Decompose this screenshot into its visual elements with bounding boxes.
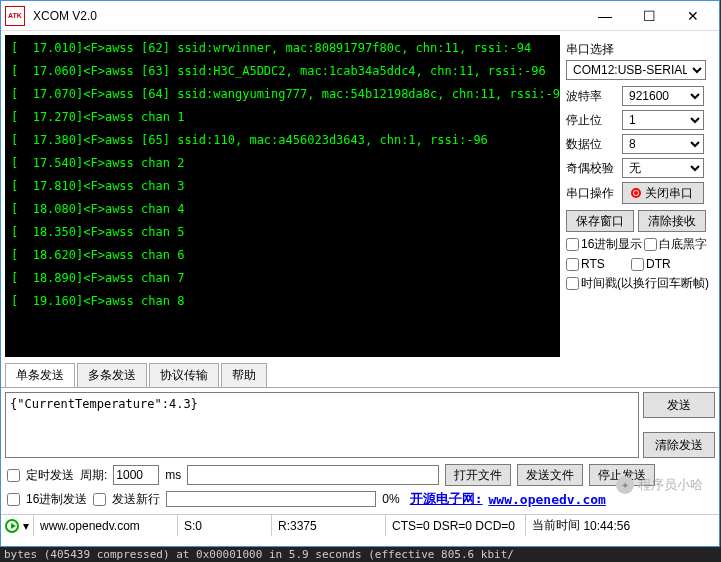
- window-title: XCOM V2.0: [33, 9, 583, 23]
- titlebar: ATK XCOM V2.0 — ☐ ✕: [1, 1, 719, 31]
- console-line: [ 17.060]<F>awss [63] ssid:H3C_A5DDC2, m…: [11, 64, 554, 78]
- port-select-label: 串口选择: [566, 41, 711, 58]
- period-label: 周期:: [80, 467, 107, 484]
- hex-send-checkbox[interactable]: [7, 493, 20, 506]
- period-unit: ms: [165, 468, 181, 482]
- data-label: 数据位: [566, 136, 622, 153]
- tab-single-send[interactable]: 单条发送: [5, 363, 75, 387]
- status-bar: ▾ www.openedv.com S:0 R:3375 CTS=0 DSR=0…: [1, 514, 719, 536]
- data-select[interactable]: 8: [622, 134, 704, 154]
- bw-label: 白底黑字: [659, 236, 707, 253]
- timed-send-label: 定时发送: [26, 467, 74, 484]
- tab-help[interactable]: 帮助: [221, 363, 267, 387]
- console-line: [ 17.540]<F>awss chan 2: [11, 156, 554, 170]
- console-line: [ 17.270]<F>awss chan 1: [11, 110, 554, 124]
- status-icon[interactable]: [5, 519, 19, 533]
- timestamp-checkbox[interactable]: [566, 277, 579, 290]
- hex-display-label: 16进制显示: [581, 236, 642, 253]
- timed-send-checkbox[interactable]: [7, 469, 20, 482]
- app-icon: ATK: [5, 6, 25, 26]
- link-url[interactable]: www.openedv.com: [489, 492, 606, 507]
- stop-select[interactable]: 1: [622, 110, 704, 130]
- stop-label: 停止位: [566, 112, 622, 129]
- minimize-button[interactable]: —: [583, 2, 627, 30]
- op-label: 串口操作: [566, 185, 622, 202]
- port-select[interactable]: COM12:USB-SERIAL: [566, 60, 706, 80]
- file-path-input[interactable]: [187, 465, 439, 485]
- tab-multi-send[interactable]: 多条发送: [77, 363, 147, 387]
- main-window: ATK XCOM V2.0 — ☐ ✕ [ 17.010]<F>awss [62…: [0, 0, 720, 547]
- console-line: [ 18.890]<F>awss chan 7: [11, 271, 554, 285]
- console-line: [ 17.010]<F>awss [62] ssid:wrwinner, mac…: [11, 41, 554, 55]
- baud-label: 波特率: [566, 88, 622, 105]
- parity-select[interactable]: 无: [622, 158, 704, 178]
- parity-label: 奇偶校验: [566, 160, 622, 177]
- period-input[interactable]: [113, 465, 159, 485]
- open-file-button[interactable]: 打开文件: [445, 464, 511, 486]
- rts-checkbox[interactable]: [566, 258, 579, 271]
- stop-send-button[interactable]: 停止发送: [589, 464, 655, 486]
- console-line: [ 17.380]<F>awss [65] ssid:110, mac:a456…: [11, 133, 554, 147]
- timestamp-label: 时间戳(以换行回车断帧): [581, 275, 709, 292]
- progress-bar: [166, 491, 376, 507]
- send-newline-checkbox[interactable]: [93, 493, 106, 506]
- close-port-button[interactable]: 关闭串口: [622, 182, 704, 204]
- console-line: [ 17.070]<F>awss [64] ssid:wangyuming777…: [11, 87, 554, 101]
- tab-protocol[interactable]: 协议传输: [149, 363, 219, 387]
- status-lines: CTS=0 DSR=0 DCD=0: [385, 515, 521, 536]
- status-time: 当前时间 10:44:56: [525, 515, 636, 536]
- hex-send-label: 16进制发送: [26, 491, 87, 508]
- clear-send-button[interactable]: 清除发送: [643, 432, 715, 458]
- baud-select[interactable]: 921600: [622, 86, 704, 106]
- maximize-button[interactable]: ☐: [627, 2, 671, 30]
- close-button[interactable]: ✕: [671, 2, 715, 30]
- save-window-button[interactable]: 保存窗口: [566, 210, 634, 232]
- status-sent: S:0: [177, 515, 267, 536]
- console-output[interactable]: [ 17.010]<F>awss [62] ssid:wrwinner, mac…: [5, 35, 560, 357]
- status-recv: R:3375: [271, 515, 381, 536]
- clear-recv-button[interactable]: 清除接收: [638, 210, 706, 232]
- console-line: [ 18.350]<F>awss chan 5: [11, 225, 554, 239]
- console-line: [ 18.620]<F>awss chan 6: [11, 248, 554, 262]
- link-label: 开源电子网:: [410, 490, 483, 508]
- send-file-button[interactable]: 发送文件: [517, 464, 583, 486]
- dtr-label: DTR: [646, 257, 671, 271]
- bw-checkbox[interactable]: [644, 238, 657, 251]
- hex-display-checkbox[interactable]: [566, 238, 579, 251]
- dtr-checkbox[interactable]: [631, 258, 644, 271]
- rts-label: RTS: [581, 257, 629, 271]
- tab-bar: 单条发送 多条发送 协议传输 帮助: [1, 363, 719, 388]
- send-textarea[interactable]: {"CurrentTemperature":4.3}: [5, 392, 639, 458]
- progress-pct: 0%: [382, 492, 399, 506]
- record-icon: [631, 188, 641, 198]
- send-button[interactable]: 发送: [643, 392, 715, 418]
- console-line: [ 19.160]<F>awss chan 8: [11, 294, 554, 308]
- footer-strip: bytes (405439 compressed) at 0x00001000 …: [0, 547, 721, 562]
- sidebar: 串口选择 COM12:USB-SERIAL 波特率921600 停止位1 数据位…: [564, 31, 719, 361]
- status-site: www.openedv.com: [33, 515, 173, 536]
- console-line: [ 18.080]<F>awss chan 4: [11, 202, 554, 216]
- send-newline-label: 发送新行: [112, 491, 160, 508]
- console-line: [ 17.810]<F>awss chan 3: [11, 179, 554, 193]
